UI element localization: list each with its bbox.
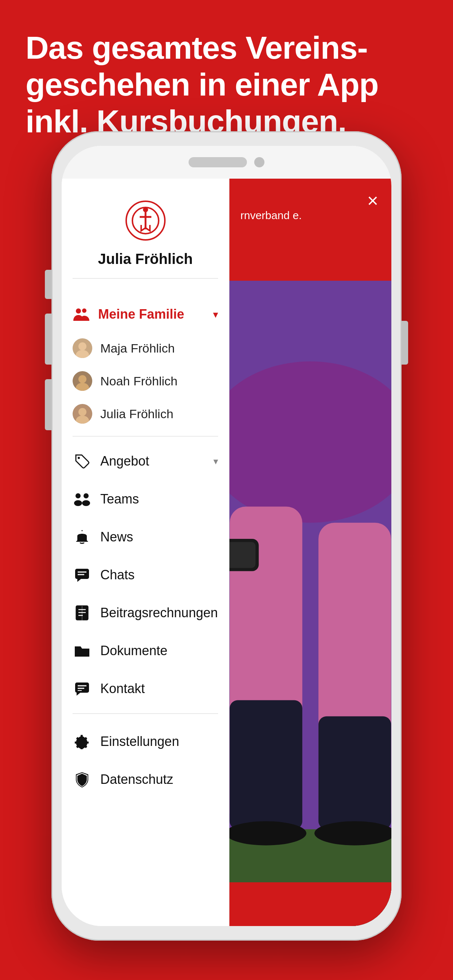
teams-icon xyxy=(73,490,91,509)
svg-point-44 xyxy=(314,821,391,845)
menu-item-teams[interactable]: Teams xyxy=(73,480,218,518)
menu-header: Julia Fröhlich xyxy=(62,179,229,297)
phone-shell: Julia Fröhlich xyxy=(51,131,402,940)
settings-icon xyxy=(73,732,91,751)
hero-title: Das gesamtes Vereins-geschehen in einer … xyxy=(26,29,427,140)
svg-point-4 xyxy=(76,309,81,313)
phone-mockup: Julia Fröhlich xyxy=(51,131,402,940)
svg-point-18 xyxy=(83,493,89,498)
svg-rect-20 xyxy=(75,569,89,579)
family-section: Meine Familie ▾ xyxy=(62,297,229,442)
notch-pill xyxy=(188,157,247,167)
angebot-chevron: ▾ xyxy=(214,456,218,467)
menu-item-news[interactable]: News xyxy=(73,518,218,556)
app-logo xyxy=(126,200,166,240)
svg-rect-39 xyxy=(230,542,256,568)
header-divider xyxy=(73,278,218,278)
angebot-label: Angebot xyxy=(100,453,214,469)
folder-icon xyxy=(73,641,91,660)
phone-screen: Julia Fröhlich xyxy=(62,146,391,926)
menu-item-einstellungen[interactable]: Einstellungen xyxy=(73,722,218,760)
einstellungen-label: Einstellungen xyxy=(100,734,218,749)
svg-point-13 xyxy=(78,408,86,416)
phone-topbar xyxy=(62,146,391,179)
volume-down-button xyxy=(45,379,51,430)
svg-point-15 xyxy=(78,457,80,459)
contact-icon xyxy=(73,679,91,698)
member-name-maja: Maja Fröhlich xyxy=(100,341,175,355)
avatar-maja xyxy=(73,338,92,358)
svg-point-7 xyxy=(78,342,86,350)
front-camera xyxy=(254,157,265,167)
family-header[interactable]: Meine Familie ▾ xyxy=(73,297,218,332)
chat-icon xyxy=(73,565,91,584)
sports-image xyxy=(230,281,391,926)
family-member-2[interactable]: Noah Fröhlich xyxy=(73,364,218,398)
family-chevron: ▾ xyxy=(213,309,218,320)
avatar-noah xyxy=(73,371,92,391)
svg-point-19 xyxy=(82,500,90,506)
svg-marker-23 xyxy=(77,579,81,582)
tag-icon xyxy=(73,452,91,471)
main-menu-items: Angebot ▾ xyxy=(62,442,229,720)
svg-point-5 xyxy=(82,309,86,313)
teams-label: Teams xyxy=(100,492,218,507)
club-name: rnverband e. xyxy=(240,208,362,223)
svg-rect-40 xyxy=(230,700,302,829)
menu-item-kontakt[interactable]: Kontakt xyxy=(73,670,218,708)
menu-item-chats[interactable]: Chats xyxy=(73,556,218,594)
svg-rect-29 xyxy=(75,682,89,693)
svg-point-35 xyxy=(230,361,391,523)
bell-icon xyxy=(73,528,91,547)
member-name-noah: Noah Fröhlich xyxy=(100,374,178,388)
svg-point-43 xyxy=(230,821,306,845)
menu-divider xyxy=(73,713,218,714)
right-panel: × rnverband e. xyxy=(230,179,391,926)
invoice-icon xyxy=(73,603,91,622)
mute-button xyxy=(45,270,51,299)
family-member-1[interactable]: Maja Fröhlich xyxy=(73,332,218,364)
member-name-julia: Julia Fröhlich xyxy=(100,407,173,421)
close-button[interactable]: × xyxy=(367,189,378,212)
dokumente-label: Dokumente xyxy=(100,643,218,659)
svg-point-16 xyxy=(75,493,81,498)
shield-icon xyxy=(73,770,91,789)
power-button xyxy=(402,321,408,364)
svg-rect-41 xyxy=(318,716,391,829)
news-label: News xyxy=(100,530,218,545)
app-content: Julia Fröhlich xyxy=(62,179,391,926)
menu-item-datenschutz[interactable]: Datenschutz xyxy=(73,760,218,799)
svg-point-17 xyxy=(74,500,82,506)
family-icon xyxy=(73,305,90,323)
family-label: Meine Familie xyxy=(98,307,213,322)
menu-item-dokumente[interactable]: Dokumente xyxy=(73,632,218,670)
beitragsrechnungen-label: Beitragsrechnungen xyxy=(100,605,218,620)
family-member-3[interactable]: Julia Fröhlich xyxy=(73,398,218,430)
svg-point-10 xyxy=(78,375,86,383)
datenschutz-label: Datenschutz xyxy=(100,772,218,787)
bottom-menu-items: Einstellungen Datenschutz xyxy=(62,722,229,799)
avatar-julia xyxy=(73,404,92,424)
people-icon xyxy=(73,308,89,321)
user-name: Julia Fröhlich xyxy=(98,251,193,267)
kontakt-label: Kontakt xyxy=(100,681,218,696)
right-panel-bottom-bar xyxy=(230,882,391,926)
chats-label: Chats xyxy=(100,567,218,582)
family-divider xyxy=(73,436,218,436)
svg-point-3 xyxy=(143,207,148,212)
menu-item-angebot[interactable]: Angebot ▾ xyxy=(73,442,218,480)
menu-panel: Julia Fröhlich xyxy=(62,179,230,926)
sports-svg xyxy=(230,281,391,926)
logo-svg xyxy=(131,206,160,235)
volume-up-button xyxy=(45,313,51,364)
svg-marker-33 xyxy=(77,693,80,695)
menu-item-beitragsrechnungen[interactable]: Beitragsrechnungen xyxy=(73,594,218,632)
